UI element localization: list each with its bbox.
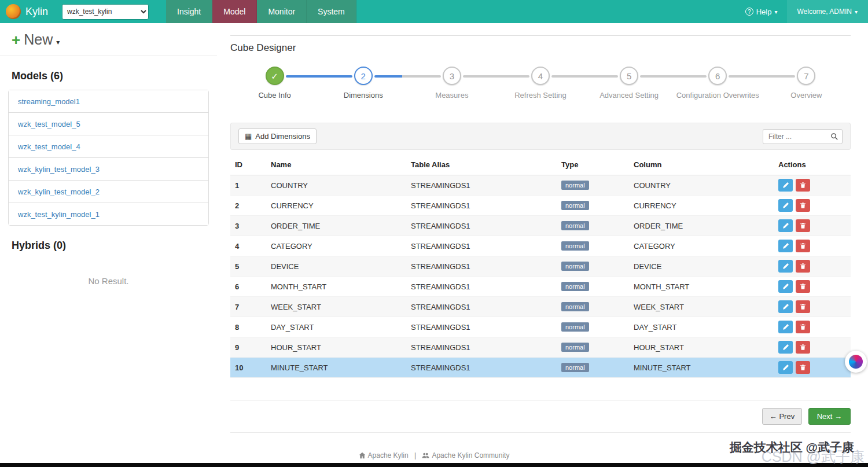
step-refresh-setting[interactable]: 4Refresh Setting <box>496 67 584 100</box>
cell-type: normal <box>557 317 629 337</box>
step-label: Dimensions <box>319 91 407 100</box>
column-header-actions: Actions <box>774 155 851 175</box>
delete-button[interactable] <box>796 341 810 354</box>
footer-divider <box>230 432 851 433</box>
table-row-3[interactable]: 3ORDER_TIMESTREAMINGDS1normalORDER_TIME <box>230 216 851 236</box>
edit-button[interactable] <box>778 179 793 192</box>
help-icon: ? <box>745 8 753 16</box>
cell-column: DEVICE <box>629 256 774 277</box>
footer-link-apache-kylin[interactable]: Apache Kylin <box>368 451 409 459</box>
delete-button[interactable] <box>796 260 810 273</box>
help-menu[interactable]: ? Help ▾ <box>736 0 787 23</box>
edit-button[interactable] <box>778 300 793 313</box>
edit-button[interactable] <box>778 321 793 333</box>
cell-name: MINUTE_START <box>266 358 406 378</box>
table-row-1[interactable]: 1COUNTRYSTREAMINGDS1normalCOUNTRY <box>230 175 851 196</box>
edit-button[interactable] <box>778 219 793 232</box>
filter-wrap <box>763 129 843 144</box>
model-list-item: wzk_kylin_test_model_3 <box>9 158 208 181</box>
table-body: 1COUNTRYSTREAMINGDS1normalCOUNTRY2CURREN… <box>230 175 851 378</box>
edit-button[interactable] <box>778 199 793 212</box>
model-link-streaming_model1[interactable]: streaming_model1 <box>18 97 80 106</box>
cell-table-alias: STREAMINGDS1 <box>406 317 557 337</box>
model-link-wzk_kylin_test_model_2[interactable]: wzk_kylin_test_model_2 <box>18 187 100 196</box>
delete-button[interactable] <box>796 179 810 192</box>
delete-button[interactable] <box>796 219 810 232</box>
edit-button[interactable] <box>778 361 793 374</box>
cell-actions <box>774 256 851 277</box>
cell-actions <box>774 236 851 256</box>
step-number: 6 <box>708 67 727 85</box>
delete-button[interactable] <box>796 361 810 374</box>
delete-button[interactable] <box>796 280 810 293</box>
table-row-10[interactable]: 10MINUTE_STARTSTREAMINGDS1normalMINUTE_S… <box>230 358 851 378</box>
cell-id: 9 <box>230 337 266 358</box>
model-link-wzk_kylin_test_model_3[interactable]: wzk_kylin_test_model_3 <box>18 165 100 174</box>
step-measures[interactable]: 3Measures <box>407 67 496 100</box>
sidebar: + New ▾ Models (6) streaming_model1wzk_t… <box>0 23 217 286</box>
dimensions-toolbar: ▦ Add Dimensions <box>230 123 851 150</box>
model-link-wzk_test_model_5[interactable]: wzk_test_model_5 <box>18 120 80 128</box>
edit-button[interactable] <box>778 240 793 252</box>
cell-column: MINUTE_START <box>629 358 774 378</box>
prev-button[interactable]: ← Prev <box>762 408 802 425</box>
model-link-wzk_test_model_4[interactable]: wzk_test_model_4 <box>18 142 80 151</box>
user-menu[interactable]: Welcome, ADMIN ▾ <box>787 0 868 23</box>
plus-icon: + <box>12 32 20 47</box>
model-list-item: wzk_test_model_4 <box>9 135 208 158</box>
model-list-item: streaming_model1 <box>9 90 208 113</box>
page-layout: + New ▾ Models (6) streaming_model1wzk_t… <box>0 23 868 433</box>
table-row-2[interactable]: 2CURRENCYSTREAMINGDS1normalCURRENCY <box>230 196 851 216</box>
cell-id: 10 <box>230 358 266 378</box>
extension-floating-button[interactable] <box>845 351 867 373</box>
footer-link-community[interactable]: Apache Kylin Community <box>432 451 509 459</box>
search-icon <box>830 133 838 141</box>
nav-tab-insight[interactable]: Insight <box>166 0 212 23</box>
edit-button[interactable] <box>778 280 793 293</box>
column-header-table-alias: Table Alias <box>406 155 557 175</box>
model-list: streaming_model1wzk_test_model_5wzk_test… <box>8 90 209 226</box>
step-overview[interactable]: 7Overview <box>762 67 851 100</box>
delete-button[interactable] <box>796 321 810 333</box>
project-select[interactable]: wzk_test_kylin <box>62 4 149 20</box>
new-button[interactable]: + New ▾ <box>12 31 60 48</box>
nav-tab-system[interactable]: System <box>307 0 356 23</box>
delete-button[interactable] <box>796 240 810 252</box>
step-label: Overview <box>762 91 851 100</box>
nav-tab-model[interactable]: Model <box>212 0 257 23</box>
cell-type: normal <box>557 256 629 277</box>
step-configuration-overwrites[interactable]: 6Configuration Overwrites <box>674 67 762 100</box>
table-row-5[interactable]: 5DEVICESTREAMINGDS1normalDEVICE <box>230 256 851 277</box>
step-cube-info[interactable]: ✓Cube Info <box>230 67 319 100</box>
delete-button[interactable] <box>796 300 810 313</box>
column-header-column: Column <box>629 155 774 175</box>
step-advanced-setting[interactable]: 5Advanced Setting <box>585 67 674 100</box>
main-content: Cube Designer ✓Cube Info2Dimensions3Meas… <box>217 23 868 433</box>
cell-table-alias: STREAMINGDS1 <box>406 256 557 277</box>
type-badge: normal <box>561 241 589 251</box>
table-row-6[interactable]: 6MONTH_STARTSTREAMINGDS1normalMONTH_STAR… <box>230 277 851 297</box>
type-badge: normal <box>561 181 589 190</box>
delete-button[interactable] <box>796 199 810 212</box>
edit-button[interactable] <box>778 341 793 354</box>
cell-type: normal <box>557 236 629 256</box>
edit-button[interactable] <box>778 260 793 273</box>
table-row-4[interactable]: 4CATEGORYSTREAMINGDS1normalCATEGORY <box>230 236 851 256</box>
cell-type: normal <box>557 196 629 216</box>
hybrids-heading: Hybrids (0) <box>12 240 205 252</box>
next-button[interactable]: Next → <box>808 408 851 425</box>
step-number: 4 <box>531 67 550 85</box>
step-label: Cube Info <box>230 91 319 100</box>
model-link-wzk_test_kylin_model_1[interactable]: wzk_test_kylin_model_1 <box>18 210 100 219</box>
new-section: + New ▾ <box>0 23 217 56</box>
cell-name: CATEGORY <box>266 236 406 256</box>
cell-actions <box>774 337 851 358</box>
table-row-7[interactable]: 7WEEK_STARTSTREAMINGDS1normalWEEK_START <box>230 297 851 317</box>
type-badge: normal <box>561 221 589 230</box>
nav-tab-monitor[interactable]: Monitor <box>257 0 307 23</box>
table-row-8[interactable]: 8DAY_STARTSTREAMINGDS1normalDAY_START <box>230 317 851 337</box>
table-row-9[interactable]: 9HOUR_STARTSTREAMINGDS1normalHOUR_START <box>230 337 851 358</box>
cell-column: ORDER_TIME <box>629 216 774 236</box>
step-dimensions[interactable]: 2Dimensions <box>319 67 407 100</box>
add-dimensions-button[interactable]: ▦ Add Dimensions <box>238 128 317 144</box>
